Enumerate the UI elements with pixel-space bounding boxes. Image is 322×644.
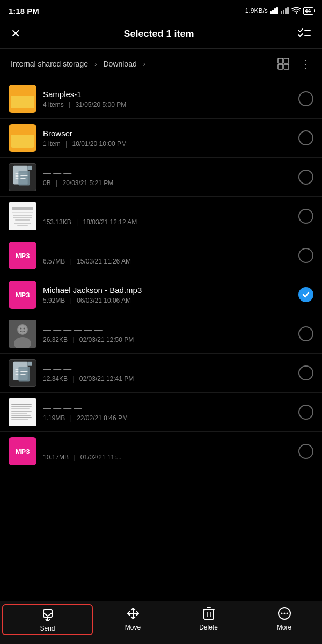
doc-icon-2 xyxy=(9,359,36,387)
select-all-button[interactable] xyxy=(295,26,313,42)
list-item[interactable]: MP3 Michael Jackson - Bad.mp3 5.92MB | 0… xyxy=(0,275,322,314)
signal2-icon xyxy=(281,7,289,14)
breadcrumb-actions: ⋮ xyxy=(275,55,313,72)
file-meta: 1 item | 10/01/20 10:00 PM xyxy=(43,140,294,148)
file-size: 153.13KB xyxy=(43,218,71,226)
file-info: — — — — — 153.13KB | 18/03/21 12:12 AM xyxy=(43,207,294,226)
svg-point-49 xyxy=(283,613,285,614)
more-options-button[interactable]: ⋮ xyxy=(298,55,313,72)
file-name: — — — xyxy=(43,246,294,255)
mp3-icon-2: MP3 xyxy=(9,437,36,465)
grid-icon xyxy=(277,58,289,70)
folder-shape xyxy=(9,124,36,152)
person-svg xyxy=(9,320,36,348)
file-date: 02/03/21 12:50 PM xyxy=(79,336,134,343)
delete-icon xyxy=(203,606,215,620)
file-info: Browser 1 item | 10/01/20 10:00 PM xyxy=(43,129,294,148)
selection-circle[interactable] xyxy=(298,248,313,263)
file-name: Michael Jackson - Bad.mp3 xyxy=(43,286,294,295)
list-item[interactable]: Browser 1 item | 10/01/20 10:00 PM xyxy=(0,119,322,158)
selection-circle[interactable] xyxy=(298,326,313,341)
file-info: — — — 12.34KB | 02/03/21 12:41 PM xyxy=(43,364,294,383)
folder-icon xyxy=(9,124,36,152)
file-name: — — — — — — xyxy=(43,325,294,334)
svg-rect-37 xyxy=(20,374,26,375)
file-date: 31/05/20 5:00 PM xyxy=(76,101,127,108)
file-name: Samples-1 xyxy=(43,90,294,99)
svg-rect-10 xyxy=(278,58,283,63)
list-item[interactable]: — — — — — 153.13KB | 18/03/21 12:12 AM xyxy=(0,197,322,236)
file-name: — — — xyxy=(43,168,294,177)
move-button[interactable]: Move xyxy=(95,606,171,633)
file-info: — — — 0B | 20/03/21 5:21 PM xyxy=(43,168,294,187)
folder-icon xyxy=(9,85,36,113)
selection-circle[interactable] xyxy=(298,444,313,459)
list-item[interactable]: MP3 — — 10.17MB | 01/02/21 11:... xyxy=(0,432,322,471)
svg-rect-4 xyxy=(281,11,282,14)
list-item[interactable]: Samples-1 4 items | 31/05/20 5:00 PM xyxy=(0,79,322,119)
top-bar: ✕ Selected 1 item xyxy=(0,19,322,49)
svg-rect-5 xyxy=(283,10,284,14)
file-name: — — xyxy=(43,442,294,451)
breadcrumb-part-1[interactable]: Internal shared storage xyxy=(11,60,88,68)
page-title: Selected 1 item xyxy=(23,28,295,40)
move-icon xyxy=(126,606,140,620)
svg-rect-1 xyxy=(272,10,274,14)
move-label: Move xyxy=(125,624,141,631)
file-doc-shape xyxy=(9,163,36,191)
selection-circle[interactable] xyxy=(298,365,313,380)
selection-circle-checked[interactable] xyxy=(298,287,313,302)
grid-view-button[interactable] xyxy=(275,56,291,72)
file-meta: 1.19MB | 22/02/21 8:46 PM xyxy=(43,414,294,422)
svg-rect-3 xyxy=(276,7,278,14)
file-info: — — — — — — 26.32KB | 02/03/21 12:50 PM xyxy=(43,325,294,343)
file-name: — — — — — xyxy=(43,207,294,216)
file-date: 20/03/21 5:21 PM xyxy=(63,179,114,187)
svg-rect-36 xyxy=(20,371,27,372)
svg-point-26 xyxy=(18,325,27,334)
send-label: Send xyxy=(40,625,55,632)
file-size: 4 items xyxy=(43,101,64,108)
list-item[interactable]: — — — — — — 26.32KB | 02/03/21 12:50 PM xyxy=(0,314,322,354)
more-icon xyxy=(277,606,291,620)
svg-rect-31 xyxy=(28,362,32,366)
breadcrumb[interactable]: Internal shared storage › Download › xyxy=(9,60,148,68)
file-info: Samples-1 4 items | 31/05/20 5:00 PM xyxy=(43,90,294,108)
selection-circle[interactable] xyxy=(298,405,313,420)
list-item[interactable]: — — — — 1.19MB | 22/02/21 8:46 PM xyxy=(0,393,322,432)
file-meta: 153.13KB | 18/03/21 12:12 AM xyxy=(43,218,294,226)
file-list: Samples-1 4 items | 31/05/20 5:00 PM Bro… xyxy=(0,79,322,525)
breadcrumb-part-2[interactable]: Download xyxy=(103,60,136,68)
file-meta: 5.92MB | 06/03/21 10:06 AM xyxy=(43,297,294,304)
close-button[interactable]: ✕ xyxy=(9,25,23,43)
more-button[interactable]: More xyxy=(246,606,322,633)
svg-point-50 xyxy=(286,613,288,614)
send-button[interactable]: Send xyxy=(2,604,93,635)
file-size: 0B xyxy=(43,179,51,187)
svg-point-28 xyxy=(24,328,25,330)
svg-rect-0 xyxy=(270,11,272,14)
list-item[interactable]: MP3 — — — 6.57MB | 15/03/21 11:26 AM xyxy=(0,236,322,275)
svg-rect-21 xyxy=(20,175,27,176)
svg-rect-13 xyxy=(284,64,289,69)
selection-circle[interactable] xyxy=(298,209,313,224)
svg-rect-22 xyxy=(20,178,26,179)
selection-circle[interactable] xyxy=(298,91,313,106)
signal-icon xyxy=(270,7,279,14)
wifi-icon xyxy=(291,7,301,14)
file-date: 15/03/21 11:26 AM xyxy=(77,258,131,265)
file-size: 12.34KB xyxy=(43,375,68,383)
svg-rect-6 xyxy=(285,8,287,14)
file-date: 18/03/21 12:12 AM xyxy=(83,218,137,226)
list-item[interactable]: — — — 12.34KB | 02/03/21 12:41 PM xyxy=(0,354,322,393)
svg-point-48 xyxy=(281,613,282,614)
file-date: 02/03/21 12:41 PM xyxy=(79,375,134,383)
svg-rect-12 xyxy=(278,64,283,69)
delete-button[interactable]: Delete xyxy=(171,606,246,633)
selection-circle[interactable] xyxy=(298,170,313,185)
svg-rect-2 xyxy=(274,8,276,14)
selection-circle[interactable] xyxy=(298,130,313,145)
list-item[interactable]: — — — 0B | 20/03/21 5:21 PM xyxy=(0,158,322,197)
breadcrumb-sep-1: › xyxy=(94,60,97,68)
file-meta: 12.34KB | 02/03/21 12:41 PM xyxy=(43,375,294,383)
